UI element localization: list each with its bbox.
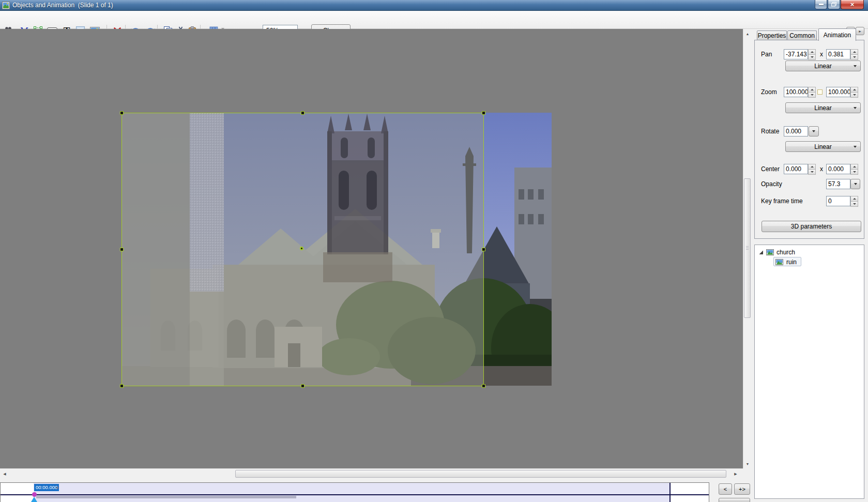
opacity-dropdown-button[interactable] xyxy=(850,179,860,189)
image-thumbnail-icon xyxy=(766,249,774,255)
minimize-button[interactable] xyxy=(815,0,827,9)
rotate-input[interactable]: 0.000 xyxy=(784,126,808,136)
tree-item-church-label: church xyxy=(776,249,795,256)
horizontal-scrollbar[interactable]: ◀ ▶ xyxy=(0,468,743,479)
opacity-label: Opacity xyxy=(761,180,782,188)
add-keyframe-label[interactable]: + xyxy=(56,484,59,491)
selection-handle-bottom-right[interactable] xyxy=(482,384,485,388)
timeline-next-button[interactable]: +> xyxy=(734,483,750,495)
opacity-input[interactable]: 57.3 xyxy=(826,179,850,189)
pan-easing-value: Linear xyxy=(814,63,831,70)
center-x-spinner[interactable] xyxy=(808,164,816,174)
vertical-scrollbar-thumb[interactable] xyxy=(744,178,751,318)
zoom-x-spinner[interactable] xyxy=(808,87,816,97)
selection-handle-top-mid[interactable] xyxy=(301,111,304,115)
tab-animation[interactable]: Animation xyxy=(818,28,856,41)
keyframe-marker[interactable] xyxy=(31,497,37,502)
tree-item-church[interactable]: church xyxy=(759,248,795,256)
window-title: Objects and Animation (Slide 1 of 1) xyxy=(12,2,113,9)
restore-button[interactable] xyxy=(828,0,840,9)
keyframe-time-label: Key frame time xyxy=(761,197,803,205)
center-label: Center xyxy=(761,165,780,173)
spin-down-icon[interactable] xyxy=(808,169,816,175)
scroll-left-icon[interactable]: ◀ xyxy=(1,469,8,479)
center-axis-separator: x xyxy=(820,165,823,173)
pan-x-spinner[interactable] xyxy=(808,49,816,59)
scroll-up-icon[interactable]: ▲ xyxy=(743,30,752,37)
chevron-down-icon xyxy=(854,65,857,67)
pan-y-spinner[interactable] xyxy=(850,49,858,59)
tab-properties-label: Properties xyxy=(758,32,786,39)
zoom-x-input[interactable]: 100.000 xyxy=(784,87,808,97)
selection-handle-top-left[interactable] xyxy=(120,111,124,115)
spin-down-icon[interactable] xyxy=(850,201,858,207)
selection-handle-mid-right[interactable] xyxy=(482,248,485,251)
pan-label: Pan xyxy=(761,51,772,58)
selection-handle-mid-left[interactable] xyxy=(120,248,124,251)
toolbar: M OK T xyxy=(0,11,868,29)
zoom-link-checkbox[interactable] xyxy=(817,89,823,95)
center-y-input[interactable]: 0.000 xyxy=(826,164,850,174)
rotate-easing-value: Linear xyxy=(814,143,831,150)
selection-handle-bottom-left[interactable] xyxy=(120,384,124,388)
timeline-prev-label: < xyxy=(724,486,727,492)
timeline-prev-button[interactable]: < xyxy=(719,483,732,495)
zoom-easing-value: Linear xyxy=(814,104,831,112)
center-y-spinner[interactable] xyxy=(850,164,858,174)
tree-expand-icon[interactable] xyxy=(759,250,764,255)
tab-animation-label: Animation xyxy=(824,32,851,39)
spin-down-icon[interactable] xyxy=(850,54,858,60)
zoom-y-input[interactable]: 100.000 xyxy=(826,87,850,97)
timeline-end-marker xyxy=(669,483,671,502)
3d-parameters-label: 3D parameters xyxy=(791,223,832,230)
titlebar[interactable]: Objects and Animation (Slide 1 of 1) × xyxy=(0,0,868,11)
tree-item-ruin-label: ruin xyxy=(786,258,797,266)
zoom-y-spinner[interactable] xyxy=(850,87,858,97)
keyframe-time-spinner[interactable] xyxy=(850,196,858,206)
spin-down-icon[interactable] xyxy=(808,54,816,60)
scrollbar-grip xyxy=(746,246,749,250)
pan-easing-select[interactable]: Linear xyxy=(785,60,861,71)
3d-parameters-button[interactable]: 3D parameters xyxy=(762,221,861,232)
timeline-baseline xyxy=(1,494,709,495)
tab-properties[interactable]: Properties xyxy=(757,31,787,40)
spin-down-icon[interactable] xyxy=(808,92,816,98)
timeline-duration-bar[interactable] xyxy=(36,496,296,498)
timeline-extra-button-partial[interactable] xyxy=(719,498,750,502)
rotate-easing-select[interactable]: Linear xyxy=(785,141,861,152)
chevron-down-icon xyxy=(854,107,857,109)
selection-center-point[interactable] xyxy=(300,247,303,250)
pan-axis-separator: x xyxy=(820,51,823,58)
rotate-label: Rotate xyxy=(761,128,779,135)
tab-common[interactable]: Common xyxy=(787,31,817,40)
object-tree[interactable] xyxy=(754,245,864,499)
minimize-icon xyxy=(819,4,824,5)
timeline-track[interactable] xyxy=(34,483,669,502)
close-window-button[interactable]: × xyxy=(841,0,864,9)
app-icon xyxy=(2,2,10,9)
scroll-down-icon[interactable]: ▼ xyxy=(743,460,752,467)
tree-item-ruin[interactable]: ruin xyxy=(775,258,797,266)
restore-icon xyxy=(831,2,836,7)
horizontal-scrollbar-thumb[interactable] xyxy=(235,470,726,478)
selection-handle-top-right[interactable] xyxy=(482,111,485,115)
chevron-down-icon xyxy=(812,130,815,132)
rotate-dropdown-button[interactable] xyxy=(809,126,819,136)
scroll-right-icon[interactable]: ▶ xyxy=(732,469,739,479)
chevron-down-icon xyxy=(854,183,857,185)
zoom-easing-select[interactable]: Linear xyxy=(785,102,861,113)
arrow-right-icon: ► xyxy=(858,29,862,33)
chevron-down-icon xyxy=(854,146,857,148)
zoom-label: Zoom xyxy=(761,88,777,96)
vertical-scrollbar[interactable]: ▲ ▼ xyxy=(743,29,751,468)
pan-y-input[interactable]: 0.381 xyxy=(826,49,850,59)
keyframe-dot[interactable] xyxy=(32,492,37,497)
pan-x-input[interactable]: -37.143 xyxy=(784,49,808,59)
center-x-input[interactable]: 0.000 xyxy=(784,164,808,174)
spin-down-icon[interactable] xyxy=(850,92,858,98)
selection-handle-bottom-mid[interactable] xyxy=(301,384,304,388)
keyframe-time-input[interactable]: 0 xyxy=(826,196,850,206)
timeline-next-label: +> xyxy=(739,486,745,492)
spin-down-icon[interactable] xyxy=(850,169,858,175)
next-slide-button[interactable]: ► xyxy=(856,27,864,35)
